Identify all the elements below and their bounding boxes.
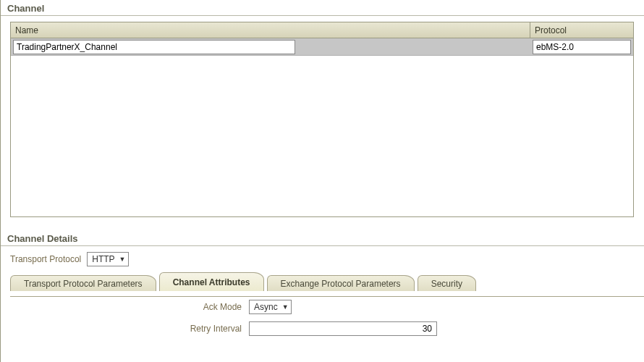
tab-label: Transport Protocol Parameters xyxy=(24,279,143,289)
ack-mode-label: Ack Mode xyxy=(10,302,249,312)
cell-protocol xyxy=(530,38,633,55)
cell-name xyxy=(11,38,530,55)
ack-mode-value: Async xyxy=(254,302,278,312)
tab-channel-attributes[interactable]: Channel Attributes xyxy=(159,272,264,291)
chevron-down-icon: ▼ xyxy=(119,256,126,263)
chevron-down-icon: ▼ xyxy=(282,303,289,311)
channel-section-title: Channel xyxy=(0,0,644,15)
table-row[interactable] xyxy=(11,38,633,56)
channel-details-panel: Channel Details Transport Protocol HTTP … xyxy=(0,230,644,336)
tab-exchange-protocol-parameters[interactable]: Exchange Protocol Parameters xyxy=(267,275,415,291)
tab-label: Exchange Protocol Parameters xyxy=(281,279,401,289)
tab-underline xyxy=(10,296,644,297)
ack-mode-row: Ack Mode Async ▼ xyxy=(10,300,634,314)
transport-protocol-label: Transport Protocol xyxy=(10,254,81,264)
tab-label: Security xyxy=(431,279,462,289)
tab-transport-protocol-parameters[interactable]: Transport Protocol Parameters xyxy=(10,275,156,291)
channel-name-input[interactable] xyxy=(13,40,295,54)
channel-section-rule xyxy=(0,15,644,16)
column-header-name[interactable]: Name xyxy=(11,22,530,38)
column-header-protocol[interactable]: Protocol xyxy=(530,22,633,38)
tab-label: Channel Attributes xyxy=(173,277,250,287)
channel-table: Name Protocol xyxy=(10,22,634,217)
tab-security[interactable]: Security xyxy=(418,275,476,291)
tabs: Transport Protocol Parameters Channel At… xyxy=(10,272,634,291)
channel-details-title: Channel Details xyxy=(0,230,644,245)
transport-protocol-value: HTTP xyxy=(92,254,114,264)
channel-protocol-input[interactable] xyxy=(533,40,631,54)
retry-interval-input[interactable] xyxy=(249,321,437,336)
channel-details-rule xyxy=(0,245,644,246)
channel-attributes-form: Ack Mode Async ▼ Retry Interval xyxy=(10,300,634,336)
channel-table-panel: Name Protocol xyxy=(10,22,634,217)
panel-left-border xyxy=(0,0,1,362)
retry-interval-row: Retry Interval xyxy=(10,321,634,336)
ack-mode-select[interactable]: Async ▼ xyxy=(249,300,292,314)
retry-interval-label: Retry Interval xyxy=(10,324,249,334)
channel-table-header: Name Protocol xyxy=(11,22,633,38)
transport-protocol-select[interactable]: HTTP ▼ xyxy=(87,252,128,266)
transport-protocol-row: Transport Protocol HTTP ▼ xyxy=(10,252,634,266)
